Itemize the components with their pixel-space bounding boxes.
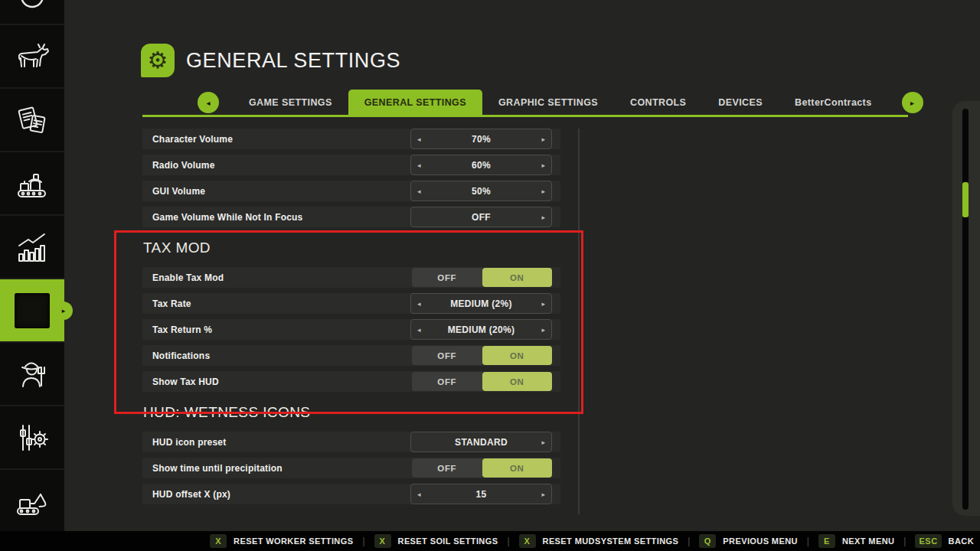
settings-row-game-volume-while-not-in-focus[interactable]: Game Volume While Not In Focus◂OFF▸ [142,207,560,227]
arrow-left-icon[interactable]: ◂ [417,491,421,498]
page-header: ⚙ GENERAL SETTINGS [141,44,400,77]
action-back[interactable]: ESCBACK [915,534,974,548]
settings-row-tax-return[interactable]: Tax Return %◂MEDIUM (20%)▸ [142,319,560,340]
value-selector[interactable]: ◂MEDIUM (20%)▸ [410,319,552,340]
tab-general-settings[interactable]: GENERAL SETTINGS [348,90,482,116]
toggle-off-button[interactable]: OFF [412,268,482,287]
action-previous-menu[interactable]: QPREVIOUS MENU [699,534,798,548]
scrollbar-thumb[interactable] [962,182,969,217]
action-reset-soil-settings[interactable]: XRESET SOIL SETTINGS [374,534,498,548]
keybind-bar: XRESET WORKER SETTINGS|XRESET SOIL SETTI… [0,531,980,551]
farmer-icon [15,357,50,392]
sidebar-item-mod-menu[interactable]: ▸ [0,279,64,343]
toggle-on-button[interactable]: ON [482,346,553,365]
settings-screen: ▸ ⚙ GENERAL SETTINGS ◂GAME SETTINGSGENER… [0,0,980,551]
action-label: RESET SOIL SETTINGS [398,536,498,546]
toggle-off-button[interactable]: OFF [412,458,482,478]
value-selector[interactable]: ◂15▸ [410,484,552,504]
toggle-switch[interactable]: OFFON [412,346,552,365]
arrow-left-icon[interactable]: ◂ [417,187,421,195]
selector-value: MEDIUM (2%) [411,298,551,309]
arrow-left-icon[interactable]: ◂ [417,161,421,169]
settings-row-hud-icon-preset[interactable]: HUD icon preset◂STANDARD▸ [142,432,560,452]
key-badge: ESC [915,534,941,548]
settings-row-tax-rate[interactable]: Tax Rate◂MEDIUM (2%)▸ [142,293,560,314]
sidebar-item-settings[interactable] [0,406,64,470]
key-badge: X [519,534,536,548]
settings-row-gui-volume[interactable]: GUI Volume◂50%▸ [142,181,560,201]
gear-icon: ⚙ [141,44,175,77]
tab-controls[interactable]: CONTROLS [614,90,702,116]
arrow-right-icon[interactable]: ▸ [541,135,545,143]
value-selector[interactable]: ◂MEDIUM (2%)▸ [410,293,552,314]
section-title-tax-mod: TAX MOD [143,240,560,256]
arrow-right-icon[interactable]: ▸ [541,491,545,498]
production-icon [15,166,50,201]
arrow-right-icon[interactable]: ▸ [541,326,545,334]
arrow-left-icon[interactable]: ◂ [417,326,421,334]
tab-game-settings[interactable]: GAME SETTINGS [233,90,348,116]
tab-bettercontracts[interactable]: BetterContracts [779,90,887,116]
toggle-off-button[interactable]: OFF [412,346,482,365]
section-title-hud-wetness-icons: HUD: WETNESS ICONS [143,404,560,421]
settings-row-radio-volume[interactable]: Radio Volume◂60%▸ [142,155,560,175]
arrow-left-icon[interactable]: ◂ [417,300,421,308]
value-selector[interactable]: ◂60%▸ [410,155,552,175]
toggle-off-button[interactable]: OFF [412,372,482,391]
tabs-next-button[interactable]: ▸ [902,92,923,113]
selector-value: STANDARD [411,437,551,448]
tab-graphic-settings[interactable]: GRAPHIC SETTINGS [482,90,614,116]
sliders-icon [15,420,50,455]
arrow-left-icon[interactable]: ◂ [417,135,421,143]
sidebar-item-contracts[interactable] [0,89,64,152]
arrow-right-icon[interactable]: ▸ [541,439,545,446]
sidebar-item-statistics[interactable] [0,216,64,279]
selector-value: 70% [411,134,551,145]
action-reset-mudsystem-settings[interactable]: XRESET MUDSYSTEM SETTINGS [519,534,679,548]
arrow-right-icon[interactable]: ▸ [541,300,545,308]
value-selector[interactable]: ◂STANDARD▸ [410,432,552,452]
settings-row-character-volume[interactable]: Character Volume◂70%▸ [142,129,560,149]
arrow-right-icon[interactable]: ▸ [541,161,545,169]
value-selector[interactable]: ◂OFF▸ [410,207,552,227]
value-selector[interactable]: ◂50%▸ [410,181,552,201]
settings-row-hud-offset-x-px[interactable]: HUD offset X (px)◂15▸ [142,484,560,504]
toggle-switch[interactable]: OFFON [412,372,552,391]
sidebar-item-animals[interactable] [0,25,64,89]
action-label: RESET MUDSYSTEM SETTINGS [543,536,679,546]
toggle-switch[interactable]: OFFON [412,458,552,478]
action-label: PREVIOUS MENU [723,536,798,546]
tab-devices[interactable]: DEVICES [702,90,779,116]
key-badge: X [374,534,391,548]
sidebar-item-top-partial[interactable] [0,0,64,25]
row-label: Game Volume While Not In Focus [152,212,302,223]
toggle-on-button[interactable]: ON [482,268,553,287]
sidebar-item-players[interactable] [0,343,64,406]
sidebar: ▸ [0,0,64,531]
row-label: Show time until precipitation [152,463,283,474]
sidebar-item-production[interactable] [0,152,64,216]
value-selector[interactable]: ◂70%▸ [410,129,552,149]
action-reset-worker-settings[interactable]: XRESET WORKER SETTINGS [210,534,353,548]
settings-row-enable-tax-mod[interactable]: Enable Tax ModOFFON [142,267,560,288]
row-label: HUD icon preset [152,437,226,448]
row-label: Notifications [152,350,210,361]
settings-row-show-tax-hud[interactable]: Show Tax HUDOFFON [142,371,560,392]
action-next-menu[interactable]: ENEXT MENU [818,534,894,548]
toggle-switch[interactable]: OFFON [412,268,552,287]
tabs-prev-button[interactable]: ◂ [198,92,219,113]
toggle-on-button[interactable]: ON [482,458,553,478]
settings-row-show-time-until-precipitation[interactable]: Show time until precipitationOFFON [142,458,560,478]
selector-value: MEDIUM (20%) [411,324,551,335]
settings-row-notifications[interactable]: NotificationsOFFON [142,345,560,366]
mod-image-icon [15,293,50,328]
tab-bar: ◂GAME SETTINGSGENERAL SETTINGSGRAPHIC SE… [198,90,923,116]
row-label: Tax Return % [152,324,212,335]
toggle-on-button[interactable]: ON [482,372,553,391]
excavator-icon [14,484,51,518]
arrow-right-icon[interactable]: ▸ [541,214,545,221]
sidebar-item-construction[interactable] [0,470,64,533]
scrollbar-track[interactable] [962,109,969,510]
arrow-right-icon[interactable]: ▸ [541,187,545,195]
content-divider [578,129,580,514]
